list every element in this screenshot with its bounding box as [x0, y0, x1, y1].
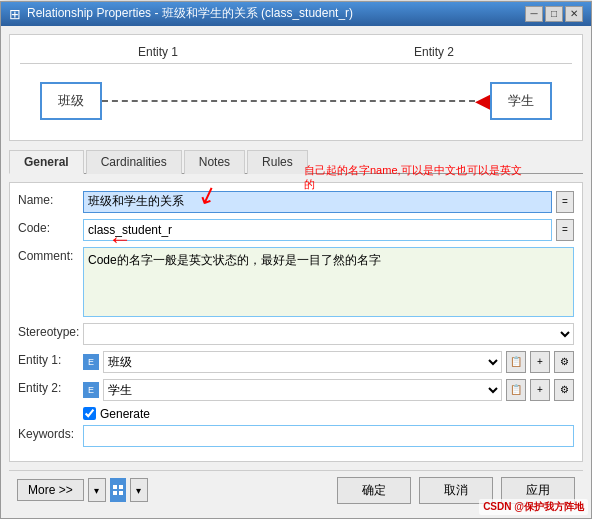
keywords-input[interactable] — [83, 425, 574, 447]
entity1-icon: E — [83, 354, 99, 370]
entity1-header: Entity 1 — [20, 45, 296, 64]
comment-label: Comment: — [18, 247, 83, 263]
main-window: ⊞ Relationship Properties - 班级和学生的关系 (cl… — [0, 1, 592, 519]
minimize-button[interactable]: ─ — [525, 6, 543, 22]
form-area: Name: = 自己起的名字name,可以是中文也可以是英文的 ↙ Code: … — [9, 182, 583, 462]
name-input[interactable] — [83, 191, 552, 213]
entity-headers: Entity 1 Entity 2 — [20, 45, 572, 64]
entity1-select[interactable]: 班级 — [103, 351, 502, 373]
stereotype-select[interactable] — [83, 323, 574, 345]
entity-diagram-area: Entity 1 Entity 2 班级 ◀ 学生 — [9, 34, 583, 141]
tools-icon — [110, 478, 126, 502]
entity-diagram: 班级 ◀ 学生 — [20, 72, 572, 130]
dashed-line — [102, 100, 475, 102]
entity2-props-btn[interactable]: ⚙ — [554, 379, 574, 401]
entity1-row: Entity 1: E 班级 📋 + ⚙ — [18, 351, 574, 373]
code-label: Code: — [18, 219, 83, 235]
code-btn[interactable]: = — [556, 219, 574, 241]
window-title: Relationship Properties - 班级和学生的关系 (clas… — [27, 5, 353, 22]
tab-cardinalities[interactable]: Cardinalities — [86, 150, 182, 174]
name-btn[interactable]: = — [556, 191, 574, 213]
svg-rect-1 — [119, 485, 123, 489]
code-row: Code: = ← — [18, 219, 574, 241]
tab-rules[interactable]: Rules — [247, 150, 308, 174]
entity2-box: 学生 — [490, 82, 552, 120]
name-input-wrap: = — [83, 191, 574, 213]
entity1-props-btn[interactable]: ⚙ — [554, 351, 574, 373]
generate-row: Generate — [83, 407, 574, 421]
svg-rect-3 — [119, 491, 123, 495]
window-icon: ⊞ — [9, 6, 21, 22]
bottom-left: More >> ▾ ▾ — [17, 478, 148, 502]
name-annotation: 自己起的名字name,可以是中文也可以是英文的 — [304, 163, 524, 192]
more-button[interactable]: More >> — [17, 479, 84, 501]
keywords-input-wrap — [83, 425, 574, 447]
title-bar: ⊞ Relationship Properties - 班级和学生的关系 (cl… — [1, 2, 591, 26]
entity2-input-wrap: E 学生 📋 + ⚙ — [83, 379, 574, 401]
entity1-input-wrap: E 班级 📋 + ⚙ — [83, 351, 574, 373]
entity2-field-label: Entity 2: — [18, 379, 83, 395]
code-input-wrap: = — [83, 219, 574, 241]
entity2-select[interactable]: 学生 — [103, 379, 502, 401]
keywords-row: Keywords: — [18, 425, 574, 447]
code-input[interactable] — [83, 219, 552, 241]
stereotype-label: Stereotype: — [18, 323, 83, 339]
entity1-box: 班级 — [40, 82, 102, 120]
comment-input[interactable]: Code的名字一般是英文状态的，最好是一目了然的名字 — [83, 247, 574, 317]
generate-label[interactable]: Generate — [100, 407, 150, 421]
entity2-row: Entity 2: E 学生 📋 + ⚙ — [18, 379, 574, 401]
arrow-line — [102, 100, 475, 102]
entity2-browse-btn[interactable]: 📋 — [506, 379, 526, 401]
svg-rect-0 — [113, 485, 117, 489]
stereotype-row: Stereotype: — [18, 323, 574, 345]
comment-row: Comment: Code的名字一般是英文状态的，最好是一目了然的名字 — [18, 247, 574, 317]
tab-general[interactable]: General — [9, 150, 84, 174]
maximize-button[interactable]: □ — [545, 6, 563, 22]
tools-dropdown-btn[interactable]: ▾ — [130, 478, 148, 502]
watermark: CSDN @保护我方阵地 — [479, 499, 588, 515]
menu-dropdown-btn[interactable]: ▾ — [88, 478, 106, 502]
svg-rect-2 — [113, 491, 117, 495]
code-arrow-icon: ← — [108, 225, 132, 253]
name-label: Name: — [18, 191, 83, 207]
entity2-icon: E — [83, 382, 99, 398]
ok-button[interactable]: 确定 — [337, 477, 411, 504]
window-content: Entity 1 Entity 2 班级 ◀ 学生 General Cardin… — [1, 26, 591, 518]
close-button[interactable]: ✕ — [565, 6, 583, 22]
title-bar-left: ⊞ Relationship Properties - 班级和学生的关系 (cl… — [9, 5, 353, 22]
name-row: Name: = 自己起的名字name,可以是中文也可以是英文的 ↙ — [18, 191, 574, 213]
entity1-field-label: Entity 1: — [18, 351, 83, 367]
title-bar-controls: ─ □ ✕ — [525, 6, 583, 22]
stereotype-input-wrap — [83, 323, 574, 345]
tab-notes[interactable]: Notes — [184, 150, 245, 174]
keywords-label: Keywords: — [18, 425, 83, 441]
entity1-add-btn[interactable]: + — [530, 351, 550, 373]
generate-checkbox[interactable] — [83, 407, 96, 420]
entity2-add-btn[interactable]: + — [530, 379, 550, 401]
entity1-browse-btn[interactable]: 📋 — [506, 351, 526, 373]
entity2-header: Entity 2 — [296, 45, 572, 64]
